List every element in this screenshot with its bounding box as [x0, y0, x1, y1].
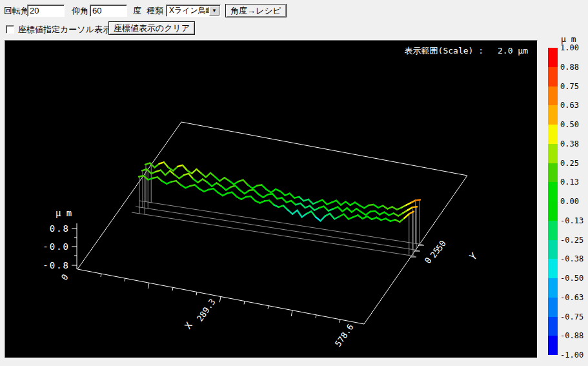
x-profile-y0	[400, 218, 404, 222]
scale-readout: 表示範囲(Scale) :2.0 μm	[405, 45, 528, 57]
colorbar-band	[548, 201, 558, 221]
x-profile-y25	[217, 183, 221, 186]
angle-to-recipe-button[interactable]: 角度→レシピ	[225, 4, 287, 17]
z-axis-unit: μ m	[56, 208, 72, 218]
x-profile-y0	[330, 214, 334, 219]
x-profile-y0	[195, 185, 199, 188]
x-profile-y25	[338, 207, 342, 212]
x-axis-tick	[244, 301, 245, 305]
x-profile-y0	[316, 217, 320, 221]
x-profile-y25	[384, 212, 389, 216]
x-axis-tick	[268, 306, 269, 309]
x-profile-y0	[386, 219, 390, 221]
x-profile-y25	[408, 207, 412, 210]
x-profile-y50	[252, 185, 257, 188]
colorbar-band	[548, 182, 558, 201]
colorbar-band	[548, 298, 558, 317]
colorbar-label: -0.38	[560, 254, 586, 263]
x-profile-y50	[280, 191, 285, 195]
colorbar-band	[548, 105, 558, 125]
x-profile-y50	[210, 173, 215, 177]
x-profile-y50	[411, 200, 416, 203]
dropdown-arrow-icon[interactable]: ▼	[209, 6, 219, 15]
x-profile-y25	[412, 207, 417, 207]
x-profile-y25	[240, 190, 245, 194]
rotation-angle-input[interactable]	[27, 5, 65, 17]
coordinate-cursor-checkbox[interactable]	[6, 25, 14, 34]
x-profile-y25	[347, 208, 352, 212]
x-profile-y0	[339, 214, 343, 217]
x-profile-y0	[237, 197, 241, 199]
x-profile-y25	[188, 174, 193, 179]
degree-label: 度	[133, 6, 141, 16]
colorbar-label: -0.50	[560, 274, 586, 283]
x-axis-tick	[340, 320, 340, 323]
x-profile-y25	[221, 186, 226, 190]
type-combobox[interactable]: Xライン鳥瞰図 ▼	[166, 5, 221, 17]
plot-area[interactable]: 0.8-0.0-0.8μ m0289.3578.6X02550Y 表示範囲(Sc…	[5, 40, 538, 358]
x-profile-y25	[291, 201, 296, 205]
x-axis-tick	[101, 274, 101, 277]
colorbar-unit-label: μ m	[561, 34, 576, 44]
x-profile-y0	[367, 216, 372, 219]
y-axis-title: Y	[467, 250, 480, 263]
x-profile-y0	[157, 177, 162, 181]
x-profile-y25	[314, 208, 319, 210]
x-profile-y0	[162, 181, 167, 184]
colorbar-label: -0.63	[560, 293, 586, 302]
x-profile-y0	[269, 201, 274, 205]
x-profile-y25	[175, 175, 179, 178]
x-profile-y25	[282, 198, 287, 202]
x-profile-y25	[324, 207, 329, 211]
x-profile-y50	[350, 202, 355, 205]
x-profile-y25	[352, 208, 356, 212]
x-profile-y25	[235, 186, 239, 190]
x-profile-y25	[375, 211, 380, 214]
clear-coordinates-button[interactable]: 座標値表示のクリア	[108, 21, 195, 35]
x-profile-y25	[300, 203, 305, 208]
x-axis-tick	[125, 278, 125, 281]
colorbar-label: 0.88	[560, 63, 586, 72]
colorbar-label: 0.38	[560, 139, 586, 148]
x-profile-y50	[364, 205, 369, 208]
x-profile-y25	[361, 212, 365, 215]
x-profile-y50	[401, 205, 406, 208]
x-profile-y0	[241, 197, 246, 199]
x-profile-y50	[234, 181, 238, 184]
x-profile-y50	[392, 207, 397, 209]
colorbar-label: 0.75	[560, 82, 586, 91]
x-profile-y50	[341, 201, 345, 205]
x-profile-y0	[223, 193, 227, 196]
x-profile-y50	[374, 205, 378, 208]
elevation-angle-input[interactable]	[90, 5, 127, 17]
x-profile-y50	[168, 168, 173, 171]
x-profile-y25	[272, 194, 277, 199]
x-profile-y50	[225, 178, 229, 181]
x-profile-y25	[207, 182, 212, 186]
x-profile-y50	[154, 164, 159, 168]
type-combobox-value: Xライン鳥瞰図	[167, 5, 209, 16]
colorbar-label: 0.13	[560, 178, 586, 187]
x-profile-y25	[161, 170, 165, 176]
colorbar-label: -0.75	[560, 312, 586, 321]
x-profile-y0	[376, 218, 381, 220]
x-profile-y0	[199, 189, 204, 192]
x-profile-y25	[212, 183, 216, 186]
x-profile-y0	[358, 215, 362, 218]
x-profile-y0	[321, 216, 325, 221]
colorbar-band	[548, 125, 558, 144]
x-profile-y0	[302, 214, 307, 217]
x-profile-y25	[226, 187, 230, 190]
colorbar-band	[548, 144, 558, 163]
x-profile-y0	[405, 214, 409, 218]
x-profile-y50	[220, 178, 225, 181]
type-label: 種類	[147, 6, 163, 16]
colorbar-label: 0.25	[560, 159, 586, 168]
profile-3d-chart: 0.8-0.0-0.8μ m0289.3578.6X02550Y	[5, 41, 537, 358]
x-profile-y0	[311, 211, 316, 217]
x-profile-y25	[198, 179, 203, 183]
x-profile-y25	[394, 213, 398, 216]
x-profile-y50	[215, 177, 219, 181]
x-axis-tick	[148, 283, 149, 289]
x-profile-y25	[259, 194, 263, 198]
